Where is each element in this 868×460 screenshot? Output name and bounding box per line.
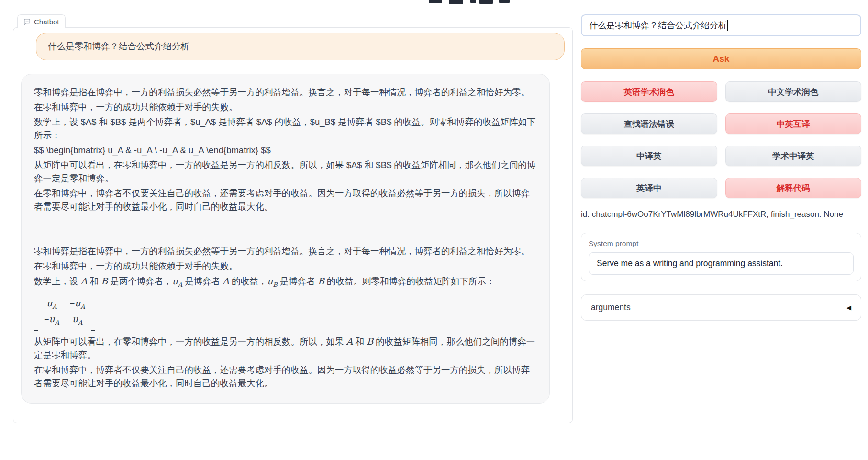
bot-raw-paragraph: $$ \begin{bmatrix} u_A & -u_A \ -u_A & u…	[34, 144, 537, 157]
bot-message-bubble: 零和博弈是指在博弈中，一方的利益损失必然等于另一方的利益增益。换言之，对于每一种…	[21, 74, 550, 404]
bot-rendered-paragraph: 零和博弈是指在博弈中，一方的利益损失必然等于另一方的利益增益。换言之，对于每一种…	[34, 245, 537, 258]
matrix-right-bracket	[91, 295, 95, 331]
payoff-matrix: uA −uA −uA uA	[34, 295, 95, 331]
system-prompt-panel: System prompt Serve me as a writing and …	[581, 233, 861, 281]
function-button[interactable]: 中译英	[581, 146, 717, 166]
math-var: u	[172, 276, 178, 286]
arguments-accordion[interactable]: arguments ◀	[581, 294, 861, 321]
math-var: B	[101, 276, 108, 286]
question-input-value: 什么是零和博弈？结合公式介绍分析	[589, 20, 727, 31]
math-var: u	[267, 276, 273, 286]
collapse-triangle-icon: ◀	[846, 304, 851, 311]
bot-raw-block: 零和博弈是指在博弈中，一方的利益损失必然等于另一方的利益增益。换言之，对于每一种…	[34, 86, 537, 213]
math-var: A	[223, 276, 229, 286]
math-var: A	[346, 336, 353, 347]
matrix-cell: −uA	[70, 297, 85, 313]
bot-raw-paragraph: 零和博弈是指在博弈中，一方的利益损失必然等于另一方的利益增益。换言之，对于每一种…	[34, 86, 537, 99]
accordion-label: arguments	[591, 303, 631, 313]
function-button[interactable]: 学术中译英	[725, 146, 862, 166]
matrix-cell: uA	[72, 313, 82, 329]
bot-rendered-paragraph: 在零和博弈中，一方的成功只能依赖于对手的失败。	[34, 259, 537, 273]
system-prompt-input[interactable]: Serve me as a writing and programming as…	[589, 252, 854, 275]
matrix-cell: −uA	[44, 313, 59, 329]
function-button[interactable]: 中英互译	[725, 113, 862, 134]
text-cursor	[727, 20, 728, 31]
bot-raw-paragraph: 从矩阵中可以看出，在零和博弈中，一方的收益是另一方的相反数。所以，如果 $A$ …	[34, 158, 537, 185]
question-input[interactable]: 什么是零和博弈？结合公式介绍分析	[581, 14, 861, 36]
bot-rendered-block: 零和博弈是指在博弈中，一方的利益损失必然等于另一方的利益增益。换言之，对于每一种…	[34, 245, 537, 390]
math-var: B	[367, 336, 373, 347]
bot-rendered-paragraph: 从矩阵中可以看出，在零和博弈中，一方的收益是另一方的相反数。所以，如果 A 和 …	[34, 335, 537, 362]
ask-button[interactable]: Ask	[581, 48, 861, 69]
function-button[interactable]: 解释代码	[725, 178, 862, 198]
system-prompt-value: Serve me as a writing and programming as…	[597, 258, 783, 268]
math-var: B	[318, 276, 324, 286]
message-gap	[34, 215, 537, 245]
function-button[interactable]: 英译中	[581, 178, 717, 198]
function-button[interactable]: 英语学术润色	[581, 81, 717, 102]
matrix-left-bracket	[34, 295, 38, 331]
function-button-grid: 英语学术润色中文学术润色查找语法错误中英互译中译英学术中译英英译中解释代码	[581, 81, 861, 198]
status-line: id: chatcmpl-6wOo7KrYTwMl89lbrMWRu4UkFFX…	[581, 210, 861, 219]
bot-raw-paragraph: 在零和博弈中，博弈者不仅要关注自己的收益，还需要考虑对手的收益。因为一方取得的收…	[34, 187, 537, 213]
math-var: A	[81, 276, 88, 286]
function-button[interactable]: 查找语法错误	[581, 113, 717, 134]
user-message-text: 什么是零和博弈？结合公式介绍分析	[48, 41, 189, 51]
chatbot-label: Chatbot	[34, 18, 59, 26]
chatbot-panel: Chatbot 什么是零和博弈？结合公式介绍分析 零和博弈是指在博弈中，一方的利…	[13, 27, 573, 423]
bot-rendered-paragraph: 在零和博弈中，博弈者不仅要关注自己的收益，还需要考虑对手的收益。因为一方取得的收…	[34, 363, 537, 390]
function-button[interactable]: 中文学术润色	[725, 81, 862, 102]
chatbot-label-tab: Chatbot	[17, 14, 66, 28]
chat-message-list: 什么是零和博弈？结合公式介绍分析 零和博弈是指在博弈中，一方的利益损失必然等于另…	[13, 28, 572, 423]
matrix-cell: uA	[46, 297, 56, 313]
chat-bubble-icon	[23, 18, 31, 25]
user-message-bubble: 什么是零和博弈？结合公式介绍分析	[36, 33, 565, 60]
bot-raw-paragraph: 在零和博弈中，一方的成功只能依赖于对手的失败。	[34, 101, 537, 114]
bot-rendered-math-line: 数学上，设 A 和 B 是两个博弈者，uA 是博弈者 A 的收益，uB 是博弈者…	[34, 274, 537, 292]
app-canvas: Chatbot 什么是零和博弈？结合公式介绍分析 零和博弈是指在博弈中，一方的利…	[0, 0, 868, 460]
system-prompt-label: System prompt	[589, 239, 854, 248]
bot-raw-paragraph: 数学上，设 $A$ 和 $B$ 是两个博弈者，$u_A$ 是博弈者 $A$ 的收…	[34, 115, 537, 142]
control-panel: 什么是零和博弈？结合公式介绍分析 Ask 英语学术润色中文学术润色查找语法错误中…	[581, 14, 861, 321]
